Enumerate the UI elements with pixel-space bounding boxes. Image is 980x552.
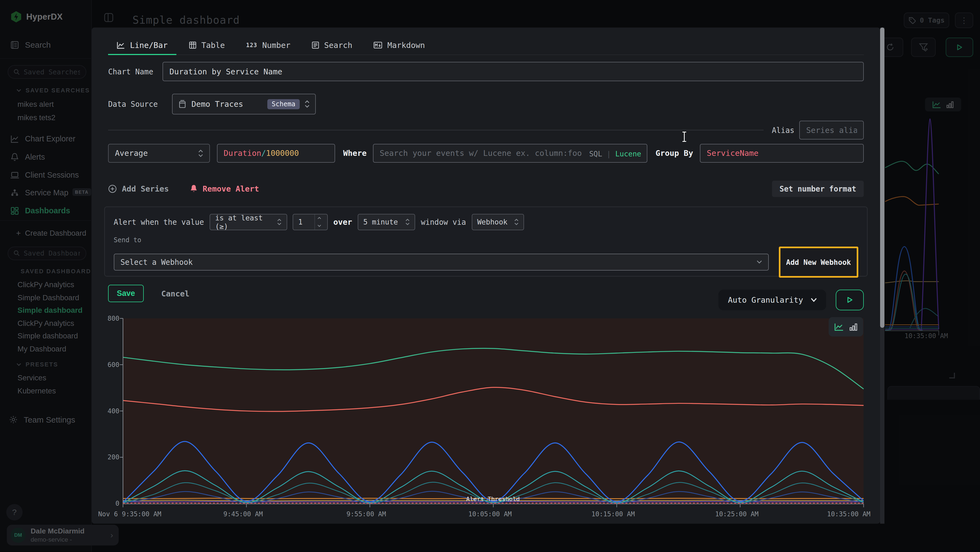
alias-label: Alias (772, 126, 794, 135)
group-by-label: Group By (655, 148, 693, 158)
group-by-input[interactable] (700, 148, 863, 158)
window-via-label: window via (421, 218, 466, 227)
chart-type-tabs: Line/Bar Table 123 Number Search Markdow… (108, 36, 864, 55)
run-chart-button[interactable] (836, 290, 864, 310)
chart-name-field (162, 62, 864, 81)
select-chevrons-icon (405, 219, 410, 225)
alert-prefix-label: Alert when the value (114, 218, 204, 227)
send-to-label: Send to (114, 236, 858, 244)
data-source-label: Data Source (108, 100, 158, 108)
lucene-mode-toggle[interactable]: Lucene (615, 150, 641, 158)
chevron-down-icon (757, 260, 762, 264)
where-field: SQL | Lucene (373, 144, 648, 163)
alert-config-panel: Alert when the value is at least (≥) ove… (104, 206, 867, 276)
tab-markdown[interactable]: Markdown (365, 36, 434, 55)
aggregation-select[interactable]: Average (108, 144, 210, 163)
markdown-icon (374, 42, 382, 48)
app-root: HyperDX Search SAVED SEARCHES mikes aler… (0, 0, 980, 552)
alert-threshold-label: Alert Threshold (466, 495, 520, 502)
x-tick-label: 10:25:00 AM (715, 510, 759, 518)
tab-number[interactable]: 123 Number (237, 36, 299, 55)
y-tick-label: 0 (107, 500, 119, 507)
chart-plot[interactable]: Alert Threshold (119, 317, 867, 510)
select-chevrons-icon (198, 150, 203, 157)
line-chart-icon (834, 323, 844, 331)
text-cursor (681, 131, 688, 143)
webhook-select[interactable]: Select a Webhook (114, 254, 769, 271)
cancel-button[interactable]: Cancel (161, 289, 189, 298)
alert-threshold-field (293, 214, 328, 230)
bar-chart-icon (850, 323, 858, 331)
select-chevrons-icon (277, 219, 282, 225)
y-tick-label: 400 (107, 407, 119, 415)
remove-alert-button[interactable]: Remove Alert (190, 184, 259, 193)
x-tick-label: 10:05:00 AM (468, 510, 512, 518)
tab-table[interactable]: Table (180, 36, 234, 55)
where-label: Where (343, 148, 366, 158)
database-icon (178, 100, 186, 108)
alert-window-select[interactable]: 5 minute (358, 214, 415, 230)
save-button[interactable]: Save (108, 285, 144, 302)
tab-search[interactable]: Search (303, 36, 361, 55)
x-tick-label: Nov 6 9:35:00 AM (98, 510, 161, 518)
x-tick-label: 9:45:00 AM (223, 510, 263, 518)
sql-mode-toggle[interactable]: SQL (589, 150, 602, 158)
add-new-webhook-button[interactable]: Add New Webhook (779, 247, 858, 278)
group-by-field (700, 144, 864, 163)
alias-field (799, 121, 864, 139)
y-tick-label: 200 (107, 453, 119, 461)
edit-chart-modal: Line/Bar Table 123 Number Search Markdow… (92, 27, 880, 524)
alert-threshold-input[interactable] (293, 214, 314, 230)
alert-condition-select[interactable]: is at least (≥) (210, 214, 287, 230)
data-source-select[interactable]: Demo Traces Schema (172, 94, 316, 115)
play-icon (846, 297, 853, 303)
y-tick-label: 600 (107, 361, 119, 369)
add-series-button[interactable]: Add Series (108, 184, 169, 193)
circle-plus-icon (108, 185, 117, 193)
list-icon (312, 41, 319, 49)
alias-input[interactable] (800, 126, 863, 135)
y-tick-label: 800 (107, 315, 119, 322)
scrollbar-thumb[interactable] (880, 27, 885, 328)
series-divider (108, 130, 764, 130)
x-tick-label: 9:55:00 AM (347, 510, 386, 518)
preview-chart: 800 600 400 200 0 Alert Th (108, 317, 864, 522)
x-tick-label: 10:15:00 AM (591, 510, 635, 518)
mode-divider: | (606, 150, 611, 158)
x-tick-label: 10:35:00 AM (827, 510, 870, 518)
number-spinner[interactable] (314, 214, 324, 230)
chart-name-input[interactable] (163, 67, 863, 76)
number-123-icon: 123 (246, 42, 257, 48)
alert-channel-select[interactable]: Webhook (472, 214, 524, 230)
set-number-format-button[interactable]: Set number format (772, 181, 864, 197)
tab-line-bar[interactable]: Line/Bar (108, 36, 177, 55)
table-icon (189, 41, 197, 49)
bell-icon (190, 185, 197, 193)
select-chevrons-icon (305, 100, 310, 108)
line-chart-icon (117, 41, 125, 49)
over-label: over (333, 217, 352, 227)
chevron-down-icon (811, 298, 817, 302)
schema-badge: Schema (267, 99, 300, 109)
chevron-down-icon (317, 225, 321, 227)
chart-name-label: Chart Name (108, 67, 153, 76)
select-chevrons-icon (514, 219, 519, 225)
granularity-select[interactable]: Auto Granularity (718, 290, 826, 310)
modal-scrollbar[interactable] (880, 27, 885, 524)
chevron-up-icon (317, 217, 321, 219)
expression-field[interactable]: Duration/1000000 (217, 144, 335, 163)
chart-display-toggle[interactable] (829, 317, 863, 337)
